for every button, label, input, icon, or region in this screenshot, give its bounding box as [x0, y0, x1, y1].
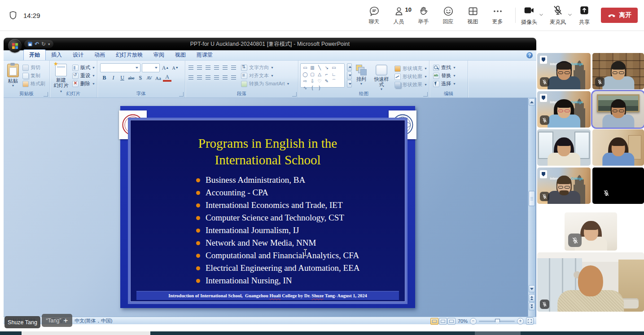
list-indent-button-1[interactable]	[196, 64, 203, 71]
office-button[interactable]	[8, 39, 22, 53]
align-button-1[interactable]	[196, 74, 203, 81]
font-format-U[interactable]: U	[118, 74, 127, 82]
shapes-scroll-up[interactable]	[347, 63, 352, 71]
ribbon-button-复制[interactable]: 复制	[22, 72, 45, 79]
drawing-dialog-launcher[interactable]	[423, 92, 428, 97]
participant-tile[interactable]	[537, 252, 644, 312]
paragraph-dialog-launcher[interactable]	[292, 92, 297, 97]
shape-▭[interactable]: ▭	[302, 64, 309, 71]
paste-button[interactable]: 粘贴▼	[5, 62, 21, 88]
shape-▢[interactable]: ▢	[309, 71, 316, 78]
ribbon-button-形状填充[interactable]: 形状填充▼	[394, 65, 427, 72]
align-button-3[interactable]	[213, 74, 220, 81]
tab-动画[interactable]: 动画	[89, 50, 110, 60]
tab-审阅[interactable]: 审阅	[148, 50, 170, 60]
list-indent-button-3[interactable]	[213, 64, 220, 71]
shape-✎[interactable]: ✎	[323, 78, 330, 84]
shape-╲[interactable]: ╲	[316, 64, 323, 71]
new-slide-button[interactable]: 新建 幻灯片 ▼	[52, 62, 70, 95]
help-button[interactable]: ?	[526, 52, 533, 58]
participant-tile[interactable]: International College	[537, 53, 591, 89]
font-size-combobox[interactable]	[142, 63, 160, 72]
arrange-button[interactable]: 排列▼	[354, 63, 368, 87]
participant-tile[interactable]	[592, 168, 644, 204]
shape-⇨[interactable]: ⇨	[302, 78, 309, 84]
quick-styles-button[interactable]: 快速样式▼	[371, 63, 392, 92]
normal-view-button[interactable]	[430, 318, 438, 325]
camera-button[interactable]: 摄像头	[521, 4, 537, 26]
shape-}[interactable]: }	[316, 84, 323, 91]
leave-button[interactable]: 离开	[601, 8, 638, 23]
toolbar-react[interactable]: 回应	[436, 5, 460, 26]
share-button[interactable]: 共享	[578, 4, 590, 26]
tab-设计[interactable]: 设计	[67, 50, 89, 60]
shape-{[interactable]: {	[309, 84, 316, 91]
font-format-A[interactable]: A	[163, 74, 171, 82]
align-button-2[interactable]	[204, 74, 212, 81]
zoom-in-button[interactable]: +	[517, 318, 524, 325]
scroll-up-button[interactable]	[529, 98, 535, 106]
ribbon-button-选择[interactable]: 选择▼	[433, 80, 466, 87]
scroll-down-button[interactable]	[529, 285, 535, 292]
list-indent-button-5[interactable]	[230, 64, 237, 71]
shape-♡[interactable]: ♡	[316, 78, 323, 84]
shapes-scroll-down[interactable]	[347, 71, 352, 79]
save-icon[interactable]	[28, 42, 32, 46]
align-button-0[interactable]	[187, 74, 195, 81]
toolbar-people[interactable]: 10人员	[386, 5, 411, 26]
tab-视图[interactable]: 视图	[170, 50, 191, 60]
shape-⌐[interactable]: ⌐	[323, 71, 330, 78]
ribbon-button-查找[interactable]: 查找▼	[433, 64, 466, 71]
align-button-5[interactable]	[230, 74, 237, 81]
vertical-scrollbar[interactable]	[528, 98, 535, 317]
list-indent-button-0[interactable]	[187, 64, 195, 71]
ribbon-button-重设[interactable]: 重设▼	[72, 72, 95, 79]
shape-⌒[interactable]: ⌒	[330, 78, 337, 84]
list-indent-button-2[interactable]	[204, 64, 212, 71]
font-format-AV[interactable]: AV	[145, 74, 153, 82]
list-indent-button-4[interactable]	[221, 64, 229, 71]
font-format-S[interactable]: S	[136, 74, 145, 82]
ribbon-button-删除[interactable]: 删除▼	[72, 80, 95, 87]
participant-tile[interactable]	[565, 212, 617, 251]
font-format-B[interactable]: B	[100, 74, 109, 82]
slide-title[interactable]: Programs in English in the International…	[148, 135, 387, 168]
ribbon-button-文字方向[interactable]: 文字方向▼	[241, 64, 289, 71]
mic-chevron-icon[interactable]	[567, 12, 574, 19]
shape-▭[interactable]: ▭	[330, 64, 337, 71]
camera-chevron-icon[interactable]	[538, 12, 545, 19]
scrollbar-thumb[interactable]	[529, 191, 535, 206]
ribbon-button-对齐文本[interactable]: 对齐文本▼	[241, 72, 289, 79]
next-slide-button[interactable]	[529, 303, 535, 310]
mic-button[interactable]: 麦克风	[550, 4, 566, 26]
slideshow-view-button[interactable]	[447, 318, 456, 325]
redo-icon[interactable]: ↻	[41, 42, 46, 46]
shape-◯[interactable]: ◯	[302, 71, 309, 78]
ribbon-button-形状效果[interactable]: 形状效果▼	[394, 81, 427, 88]
shape-△[interactable]: △	[316, 71, 323, 78]
shrink-font-button[interactable]: A▼	[171, 64, 180, 72]
ribbon-button-转换为 SmartArt[interactable]: 转换为 SmartArt▼	[241, 80, 289, 87]
shape-⇩[interactable]: ⇩	[309, 78, 316, 84]
ribbon-button-形状轮廓[interactable]: 形状轮廓▼	[394, 73, 427, 80]
tab-开始[interactable]: 开始	[23, 49, 46, 60]
qat-dropdown-icon[interactable]: ▾	[48, 42, 50, 46]
participant-tile[interactable]	[592, 53, 644, 89]
ribbon-button-版式[interactable]: 版式▼	[72, 64, 95, 71]
ribbon-button-格式刷[interactable]: 格式刷	[22, 80, 45, 87]
zoom-slider[interactable]	[479, 321, 515, 322]
toolbar-view[interactable]: 视图	[460, 5, 485, 26]
slide-sorter-view-button[interactable]	[439, 318, 447, 325]
previous-slide-button[interactable]	[529, 294, 535, 302]
shape-▥[interactable]: ▥	[309, 64, 316, 71]
toolbar-raise-hand[interactable]: 举手	[411, 5, 436, 26]
ribbon-button-替换[interactable]: 替换▼	[433, 72, 466, 79]
toolbar-chat[interactable]: 聊天	[362, 5, 386, 26]
slide-bullet-list[interactable]: Business Administration, BAAccounting - …	[206, 174, 396, 287]
shapes-gallery-more[interactable]	[347, 80, 352, 88]
participant-tile[interactable]	[592, 129, 644, 166]
zoom-level[interactable]: 70%	[458, 318, 468, 324]
tab-幻灯片放映[interactable]: 幻灯片放映	[110, 50, 148, 60]
participant-tile[interactable]: International College	[537, 168, 591, 204]
font-format-abe[interactable]: abe	[127, 74, 136, 82]
